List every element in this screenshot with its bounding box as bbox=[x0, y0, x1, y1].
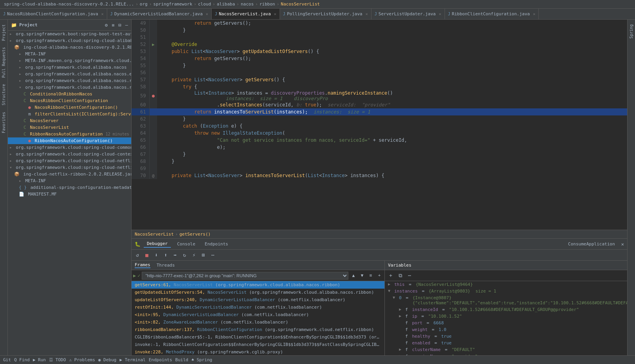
frame-item-3[interactable]: restOfInit:144, DynamicServerListLoadBal… bbox=[132, 304, 384, 311]
project-vtab[interactable]: Project bbox=[1, 21, 7, 44]
tab-nacos-ribbon-client-config[interactable]: J NacosRibbonClientConfiguration.java ✕ bbox=[0, 9, 107, 19]
tree-item[interactable]: ▸ org.springframework.cloud.alibaba.naco… bbox=[8, 77, 131, 84]
tree-item-method1[interactable]: ● NacosRibbonClientConfiguration() bbox=[8, 104, 131, 111]
tab-dynamic-server-list[interactable]: J DynamicServerListLoadBalancer.java ✕ bbox=[107, 9, 212, 19]
thread-add-btn[interactable]: + bbox=[376, 272, 383, 279]
tab-close-icon[interactable]: ✕ bbox=[439, 12, 441, 16]
spring-status[interactable]: ♠ Spring bbox=[191, 357, 212, 362]
tree-item[interactable]: ▾ org.springframework.cloud:spring-cloud… bbox=[8, 164, 131, 171]
tree-item-auto-config-method[interactable]: ● RibbonNacosAutoConfiguration() bbox=[8, 137, 131, 144]
frame-item-0[interactable]: getServers:61, NacosServerList (org.spri… bbox=[132, 281, 384, 289]
build-status[interactable]: Build bbox=[175, 357, 188, 362]
tree-item[interactable]: 📦 ing-cloud-netflix-ribbon-2.0.2.RELEASE… bbox=[8, 171, 131, 177]
console-tab[interactable]: Console bbox=[174, 241, 198, 247]
tree-item-nacos-server[interactable]: C NacosServer bbox=[8, 117, 131, 124]
tab-ribbon-client-config[interactable]: J RibbonClientConfiguration.java ✕ bbox=[445, 9, 539, 19]
frame-item-5[interactable]: <init>:82, ZoneAwareLoadBalancer (com.ne… bbox=[132, 318, 384, 326]
tree-item-ribbon-client-config[interactable]: C NacosRibbonClientConfiguration bbox=[8, 97, 131, 104]
var-port[interactable]: f port = 6668 bbox=[385, 320, 627, 326]
code-editor[interactable]: 49 return getServers(); 50 } 51 bbox=[132, 20, 627, 230]
tab-close-icon[interactable]: ✕ bbox=[206, 12, 208, 16]
var-enabled[interactable]: f enabled = true bbox=[385, 340, 627, 346]
var-weight[interactable]: f weight = 1.0 bbox=[385, 326, 627, 333]
frame-item-4[interactable]: <init>:95, DynamicServerListLoadBalancer… bbox=[132, 311, 384, 318]
endpoints-status[interactable]: Endpoints bbox=[149, 357, 172, 362]
tree-item[interactable]: ▸ META-INF bbox=[8, 177, 131, 184]
step-out-btn[interactable]: ➡ bbox=[171, 251, 179, 260]
var-instance-0[interactable]: ▼ 0 = {Instance@9807} {"clusterName":"DE… bbox=[385, 294, 627, 306]
frames-tab[interactable]: Frames bbox=[135, 262, 150, 268]
var-add-btn[interactable]: + bbox=[386, 271, 395, 280]
var-healthy[interactable]: f healthy = true bbox=[385, 333, 627, 340]
frame-item-7[interactable]: CGLIB$ribbonLoadBalancer$5:-1, RibbonCli… bbox=[132, 333, 384, 341]
list-icon[interactable]: ≡ bbox=[112, 22, 114, 28]
filter-icon[interactable]: ⊟ bbox=[119, 22, 121, 28]
frame-item-8[interactable]: invoke:-1, RibbonClientConfiguration$$En… bbox=[132, 341, 384, 348]
tree-item[interactable]: ▸ org.springframework.cloud:spring-cloud… bbox=[8, 37, 131, 44]
tree-item[interactable]: ▸ META-INF bbox=[8, 51, 131, 57]
tab-server-list-updater[interactable]: J ServerListUpdater.java ✕ bbox=[371, 9, 445, 19]
mute-btn[interactable]: ⋯ bbox=[209, 251, 217, 260]
var-ip[interactable]: ▶ f ip = "10.100.1.52" bbox=[385, 313, 627, 320]
frame-item-2[interactable]: updateListOfServers:240, DynamicServerLi… bbox=[132, 296, 384, 304]
git-status[interactable]: Git bbox=[3, 357, 11, 362]
breakpoints-btn[interactable]: ⊞ bbox=[199, 251, 208, 260]
stop-btn[interactable]: ■ bbox=[143, 251, 151, 260]
tree-item[interactable]: ▸ org.springframework.cloud:spring-cloud… bbox=[8, 157, 131, 164]
var-more-btn[interactable]: ⋯ bbox=[405, 271, 414, 280]
frame-item-9[interactable]: invoke:228, MethodProxy (org.springframe… bbox=[132, 348, 384, 356]
var-instance-id[interactable]: ▶ f instanceId = "10.100.1.52#6668#DEFAU… bbox=[385, 306, 627, 313]
evaluate-btn[interactable]: ⚡ bbox=[190, 251, 198, 260]
tab-close-icon[interactable]: ✕ bbox=[101, 12, 104, 16]
tree-item[interactable]: ▸ org.springframework.cloud:spring-cloud… bbox=[8, 144, 131, 151]
restart-btn[interactable]: ↺ bbox=[133, 251, 142, 260]
threads-tab[interactable]: Threads bbox=[157, 263, 175, 268]
step-over-btn[interactable]: ⬇ bbox=[152, 251, 161, 260]
run-status[interactable]: ▶ Run bbox=[33, 357, 46, 362]
debug-status[interactable]: ◉ Debug bbox=[98, 357, 116, 362]
frame-item-1[interactable]: getUpdatedListOfServers:54, NacosServerL… bbox=[132, 289, 384, 296]
var-this[interactable]: ▶ this = {NacosServerList@9464} bbox=[385, 281, 627, 288]
pull-requests-vtab[interactable]: Pull Requests bbox=[1, 44, 7, 81]
frame-item-6[interactable]: ribbonLoadBalancer:137, RibbonClientConf… bbox=[132, 326, 384, 333]
tab-polling-server-list[interactable]: J PollingServerListUpdater.java ✕ bbox=[280, 9, 371, 19]
tree-item-ribbon-auto-config[interactable]: C RibbonNacosAutoConfiguration 12 minute… bbox=[8, 131, 131, 137]
tree-item[interactable]: { } additional-spring-configuration-meta… bbox=[8, 184, 131, 191]
thread-dropdown[interactable]: "http-nio-7777-exec-1"@7,262 in group "m… bbox=[142, 272, 348, 280]
thread-down-btn[interactable]: ▼ bbox=[359, 272, 366, 279]
tree-item[interactable]: ▸ org.springframework.cloud.alibaba.naco… bbox=[8, 64, 131, 71]
structure-vtab[interactable]: Structure bbox=[1, 81, 7, 108]
tree-item[interactable]: ▸ org.springframework.boot:spring-boot-t… bbox=[8, 31, 131, 37]
var-copy-btn[interactable]: ⧉ bbox=[396, 271, 404, 280]
find-status[interactable]: Q Find bbox=[14, 357, 30, 362]
favorites-vtab[interactable]: Favorites bbox=[1, 109, 7, 136]
problems-status[interactable]: ⚠ Problems bbox=[69, 357, 95, 362]
endpoints-tab[interactable]: Endpoints bbox=[201, 241, 231, 247]
tab-close-icon[interactable]: ✕ bbox=[366, 12, 368, 16]
var-instances[interactable]: ▼ instances = {ArrayList@9803} size = 1 bbox=[385, 288, 627, 294]
terminal-status[interactable]: ▶ Terminal bbox=[119, 357, 145, 362]
tree-item[interactable]: 📦 ing-cloud-alibaba-nacos-discovery-0.2.… bbox=[8, 44, 131, 51]
settings-icon[interactable]: ⚙ bbox=[105, 22, 108, 28]
tree-item[interactable]: ▾ org.springframework.cloud.alibaba.naco… bbox=[8, 84, 131, 91]
tree-item[interactable]: ▸ org.springframework.cloud.alibaba.naco… bbox=[8, 71, 131, 77]
step-into-btn[interactable]: ⬆ bbox=[161, 251, 170, 260]
run-to-cursor-btn[interactable]: ↻ bbox=[180, 251, 189, 260]
tree-item[interactable]: ▸ META-INF.maven.org.springframework.clo… bbox=[8, 57, 131, 64]
tree-item-method2[interactable]: m filterClientsList(IClientConfig):Serve… bbox=[8, 111, 131, 117]
tree-item-nacos-server-list[interactable]: C NacosServerList bbox=[8, 124, 131, 131]
thread-up-btn[interactable]: ▲ bbox=[350, 272, 357, 279]
tab-nacos-server-list[interactable]: J NacosServerList.java ✕ bbox=[212, 9, 280, 19]
spring-vtab[interactable]: Spring bbox=[628, 21, 634, 42]
close-debug-icon[interactable]: ✕ bbox=[621, 241, 624, 247]
collapse-icon[interactable]: — bbox=[125, 22, 128, 28]
todo-status[interactable]: ☲ TODO bbox=[49, 357, 66, 362]
tab-close-icon[interactable]: ✕ bbox=[274, 12, 276, 16]
tree-item[interactable]: 📄 MANIFEST.MF bbox=[8, 191, 131, 198]
thread-filter-btn[interactable]: ≡ bbox=[367, 272, 374, 279]
tree-item-conditional[interactable]: C ConditionalOnRibbonNacos bbox=[8, 91, 131, 97]
tab-close-icon[interactable]: ✕ bbox=[533, 12, 535, 16]
debugger-tab[interactable]: Debugger bbox=[144, 240, 171, 248]
var-cluster-name[interactable]: ▶ f clusterName = "DEFAULT" bbox=[385, 346, 627, 353]
tree-item[interactable]: ▸ org.springframework.cloud:spring-cloud… bbox=[8, 151, 131, 157]
